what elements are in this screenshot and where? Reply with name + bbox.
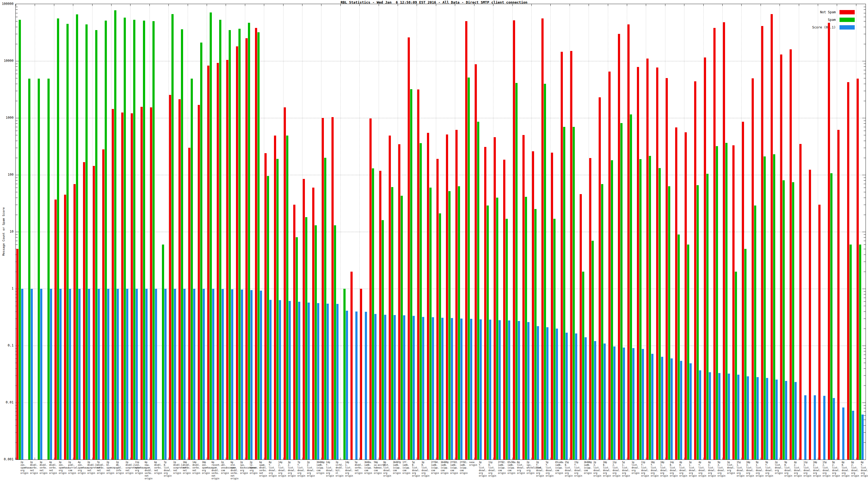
bar-score xyxy=(479,319,482,459)
bar-score xyxy=(126,289,128,459)
legend: Not SpamSpamScore (0..1) xyxy=(812,10,855,33)
y-minortick-right xyxy=(864,237,866,237)
x-tick-bottom xyxy=(589,458,589,459)
bar-not-spam xyxy=(55,199,57,459)
legend-entry: Score (0..1) xyxy=(812,25,855,30)
bar-not-spam xyxy=(303,179,305,459)
bar-score xyxy=(403,315,405,459)
bar-spam xyxy=(257,32,259,459)
x-tick-bottom xyxy=(264,458,264,459)
legend-entry: Spam xyxy=(812,18,855,22)
y-minortick-left xyxy=(16,148,18,148)
y-minortick-right xyxy=(864,64,866,64)
bar-spam xyxy=(477,122,479,459)
y-minortick-left xyxy=(16,141,18,141)
y-minortick-right xyxy=(864,368,866,369)
y-minortick-right xyxy=(864,255,866,255)
bar-not-spam xyxy=(436,159,439,459)
bar-spam xyxy=(343,289,346,459)
v-gridline xyxy=(340,4,341,459)
bar-score xyxy=(862,415,864,459)
bar-not-spam xyxy=(723,22,725,459)
bar-score xyxy=(766,378,768,459)
y-minortick-right xyxy=(864,192,866,192)
bar-score xyxy=(671,358,673,459)
legend-swatch xyxy=(839,18,855,22)
x-tick-top xyxy=(474,4,474,6)
bar-not-spam xyxy=(484,147,486,459)
y-tick-right xyxy=(862,346,866,346)
bar-spam xyxy=(324,158,326,459)
v-gridline xyxy=(416,4,417,459)
bar-score xyxy=(575,333,577,459)
bar-spam xyxy=(124,18,126,459)
bar-spam xyxy=(429,188,432,459)
y-minortick-right xyxy=(864,319,866,319)
bar-spam xyxy=(410,89,412,459)
y-tick-label: 10 xyxy=(0,230,13,233)
bar-score xyxy=(594,341,596,459)
y-minortick-right xyxy=(864,291,866,292)
y-minortick-right xyxy=(864,184,866,184)
y-minortick-right xyxy=(864,74,866,74)
y-minortick-left xyxy=(16,101,18,101)
bar-spam xyxy=(210,12,212,459)
v-gridline xyxy=(264,4,264,459)
y-tick-right xyxy=(862,175,866,175)
bar-not-spam xyxy=(494,137,496,459)
bar-not-spam xyxy=(656,67,658,459)
bar-score xyxy=(279,300,281,459)
bar-not-spam xyxy=(102,150,104,459)
bar-spam xyxy=(611,160,613,459)
y-minortick-right xyxy=(864,127,866,127)
bar-score xyxy=(537,326,539,459)
bar-not-spam xyxy=(551,153,553,459)
x-tick-bottom xyxy=(455,458,455,459)
bar-score xyxy=(59,289,62,459)
bar-score xyxy=(651,354,653,459)
x-tick-bottom xyxy=(493,458,493,459)
bar-score xyxy=(135,289,138,459)
bar-spam xyxy=(696,185,699,459)
bar-spam xyxy=(420,143,422,459)
bar-spam xyxy=(439,214,441,459)
bar-score xyxy=(298,302,300,459)
bar-not-spam xyxy=(408,37,410,459)
y-minortick-right xyxy=(864,101,866,101)
bar-spam xyxy=(516,83,518,459)
y-minortick-left xyxy=(16,127,18,127)
bar-spam xyxy=(305,217,307,459)
bar-not-spam xyxy=(93,166,95,459)
bar-score xyxy=(823,396,826,459)
bar-not-spam xyxy=(141,107,143,459)
bar-not-spam xyxy=(752,78,754,459)
y-minortick-left xyxy=(16,123,18,124)
y-minortick-right xyxy=(864,131,866,131)
bar-spam xyxy=(716,146,718,459)
bar-spam xyxy=(276,159,279,459)
bar-spam xyxy=(143,21,145,459)
y-minortick-right xyxy=(864,17,866,17)
v-gridline xyxy=(168,4,169,459)
y-minortick-left xyxy=(16,237,18,237)
y-minortick-right xyxy=(864,141,866,141)
x-tick-top xyxy=(207,4,207,6)
bar-not-spam xyxy=(350,272,352,459)
y-minortick-left xyxy=(16,74,18,74)
bar-spam xyxy=(57,19,59,459)
v-gridline xyxy=(302,4,303,459)
bar-spam xyxy=(315,225,317,459)
bar-score xyxy=(40,289,42,459)
bar-not-spam xyxy=(627,24,629,459)
bar-spam xyxy=(172,14,174,459)
bar-spam xyxy=(114,10,116,459)
legend-entry: Not Spam xyxy=(812,10,855,14)
bar-not-spam xyxy=(580,194,582,459)
bar-not-spam xyxy=(561,52,563,459)
y-minortick-left xyxy=(16,21,18,22)
y-minortick-right xyxy=(864,363,866,363)
bar-score xyxy=(508,321,510,459)
v-gridline xyxy=(589,4,589,459)
bar-score xyxy=(689,363,692,459)
bar-spam xyxy=(296,237,298,459)
